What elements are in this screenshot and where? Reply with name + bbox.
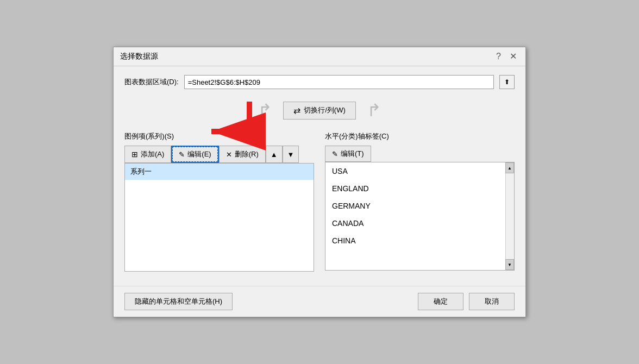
add-button-label: 添加(A) — [141, 149, 164, 159]
axis-item-name: GERMANY — [332, 202, 371, 210]
data-range-label: 图表数据区域(D): — [124, 77, 179, 87]
list-item[interactable]: CHINA — [325, 232, 505, 249]
cancel-button[interactable]: 取消 — [469, 293, 515, 310]
left-section: 图例项(系列)(S) ⊞ 添加(A) ✎ 编辑(E) ✕ 删除(R) — [124, 131, 314, 272]
arrow-right-icon: ↱ — [367, 100, 381, 121]
help-button[interactable]: ? — [494, 52, 503, 61]
list-item[interactable]: GERMANY — [325, 197, 505, 215]
edit-axis-button[interactable]: ✎ 编辑(T) — [325, 146, 371, 162]
move-up-button[interactable]: ▲ — [266, 146, 283, 163]
delete-button-label: 删除(R) — [235, 149, 259, 159]
series-name: 系列一 — [130, 167, 152, 175]
title-bar-controls: ? ✕ — [494, 52, 519, 61]
delete-series-button[interactable]: ✕ 删除(R) — [219, 146, 266, 163]
right-section-label: 水平(分类)轴标签(C) — [325, 131, 515, 141]
switch-button-label: 切换行/列(W) — [304, 105, 346, 115]
dialog-body: 图表数据区域(D): ⬆ ↰ ⇄ 切换行/列(W) ↱ — [114, 66, 525, 280]
move-down-button[interactable]: ▼ — [283, 146, 299, 163]
ok-button[interactable]: 确定 — [418, 293, 463, 310]
dialog: 选择数据源 ? ✕ 图表数据区域(D): ⬆ ↰ ⇄ 切换行/列(W) ↱ — [113, 47, 526, 317]
scroll-down-btn[interactable]: ▼ — [505, 259, 514, 270]
title-bar: 选择数据源 ? ✕ — [114, 47, 525, 66]
footer-right-buttons: 确定 取消 — [418, 293, 515, 310]
list-item[interactable]: CANADA — [325, 215, 505, 232]
columns-wrapper: 图例项(系列)(S) ⊞ 添加(A) ✎ 编辑(E) ✕ 删除(R) — [124, 131, 515, 272]
axis-item-name: ENGLAND — [332, 184, 369, 193]
list-item[interactable]: USA — [325, 162, 505, 180]
list-item[interactable]: ENGLAND — [325, 180, 505, 197]
edit-series-button[interactable]: ✎ 编辑(E) — [171, 146, 218, 163]
switch-row-col-button[interactable]: ⇄ 切换行/列(W) — [283, 102, 356, 120]
left-toolbar: ⊞ 添加(A) ✎ 编辑(E) ✕ 删除(R) ▲ ▼ — [124, 146, 314, 163]
switch-icon: ⇄ — [293, 105, 300, 116]
edit-axis-icon: ✎ — [332, 150, 338, 158]
upload-icon: ⬆ — [504, 78, 510, 86]
add-series-button[interactable]: ⊞ 添加(A) — [124, 146, 171, 163]
axis-list-items: USA ENGLAND GERMANY CANADA — [325, 162, 505, 249]
data-range-input[interactable] — [184, 75, 494, 89]
edit-axis-label: 编辑(T) — [341, 149, 364, 159]
list-item[interactable]: 系列一 — [125, 164, 314, 180]
switch-row: ↰ ⇄ 切换行/列(W) ↱ — [124, 100, 515, 121]
data-range-row: 图表数据区域(D): ⬆ — [124, 75, 515, 89]
axis-item-name: USA — [332, 167, 348, 175]
delete-icon: ✕ — [226, 150, 232, 159]
arrow-left-icon: ↰ — [258, 100, 272, 121]
axis-item-name: CHINA — [332, 236, 356, 245]
left-section-label: 图例项(系列)(S) — [124, 131, 314, 141]
right-toolbar: ✎ 编辑(T) — [325, 146, 515, 162]
edit-icon: ✎ — [179, 150, 185, 159]
right-section: 水平(分类)轴标签(C) ✎ 编辑(T) USA — [325, 131, 515, 272]
scrollbar[interactable]: ▲ ▼ — [505, 162, 514, 270]
close-button[interactable]: ✕ — [508, 52, 519, 61]
add-icon: ⊞ — [131, 150, 138, 159]
edit-button-label: 编辑(E) — [187, 149, 211, 159]
dialog-footer: 隐藏的单元格和空单元格(H) 确定 取消 — [114, 286, 525, 317]
axis-list: USA ENGLAND GERMANY CANADA — [325, 162, 515, 271]
dialog-title: 选择数据源 — [120, 52, 158, 61]
hidden-cells-button[interactable]: 隐藏的单元格和空单元格(H) — [124, 293, 233, 310]
data-range-upload-button[interactable]: ⬆ — [499, 75, 515, 89]
axis-item-name: CANADA — [332, 219, 364, 228]
scroll-up-btn[interactable]: ▲ — [505, 162, 514, 173]
series-list: 系列一 — [124, 163, 314, 272]
two-columns: 图例项(系列)(S) ⊞ 添加(A) ✎ 编辑(E) ✕ 删除(R) — [124, 131, 515, 272]
